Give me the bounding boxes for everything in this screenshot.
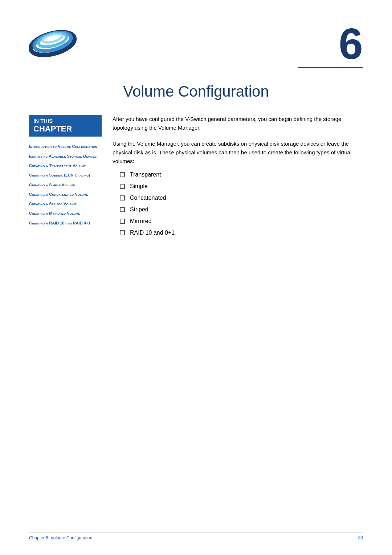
bullet-item-text: Mirrored (130, 218, 152, 224)
list-item: Striped (120, 206, 363, 213)
sidebar-item-raid10[interactable]: Creating a RAID 10 and RAID 0+1 (29, 220, 102, 226)
bullet-list: Transparent Simple Concatenated Striped … (120, 171, 363, 236)
list-item: Mirrored (120, 218, 363, 224)
sidebar-item-raid10-text: Creating a RAID 10 and RAID 0+1 (29, 220, 102, 226)
intro-paragraph: After you have configured the V-Switch g… (113, 115, 363, 132)
chapter-label: CHAPTER (33, 124, 97, 134)
sidebar-item-transparent[interactable]: Creating a Transparent Volume (29, 163, 102, 168)
list-item: RAID 10 and 0+1 (120, 230, 363, 236)
main-content: IN THIS CHAPTER Introduction to Volume C… (29, 115, 363, 241)
bullet-checkbox-icon (120, 207, 125, 212)
footer-chapter-label: Chapter 6: Volume Configuration (29, 535, 92, 540)
body-paragraph: Using the Volume Manager, you can create… (113, 139, 363, 166)
sidebar-item-identifying[interactable]: Identifying Available Storage Devices (29, 154, 102, 159)
bullet-checkbox-icon (120, 195, 125, 200)
page-title-area: Volume Configuration (29, 83, 363, 100)
bullet-item-text: Simple (130, 183, 148, 190)
bullet-checkbox-icon (120, 172, 125, 177)
bullet-checkbox-icon (120, 184, 125, 189)
bullet-checkbox-icon (120, 219, 125, 224)
footer-page-number: 83 (358, 535, 363, 540)
chapter-number: 6 (298, 22, 363, 65)
sidebar-item-simple[interactable]: Creating a Simple Volume (29, 182, 102, 187)
page: 6 Volume Configuration IN THIS CHAPTER I… (0, 0, 392, 555)
sidebar-item-striped[interactable]: Creating a Striped Volume (29, 201, 102, 206)
footer: Chapter 6: Volume Configuration 83 (29, 532, 363, 540)
sidebar-item-intro[interactable]: Introduction to Volume Configuration (29, 144, 102, 149)
bullet-item-text: Transparent (130, 171, 161, 178)
logo-area (29, 22, 87, 65)
sidebar-item-mirrored[interactable]: Creating a Mirrored Volume (29, 211, 102, 216)
company-logo (29, 22, 83, 62)
sidebar: IN THIS CHAPTER Introduction to Volume C… (29, 115, 102, 241)
list-item: Concatenated (120, 195, 363, 201)
bullet-checkbox-icon (120, 230, 125, 235)
page-title: Volume Configuration (29, 83, 363, 100)
sidebar-navigation: Introduction to Volume Configuration Ide… (29, 144, 102, 226)
bullet-item-text: Concatenated (130, 195, 166, 201)
content-area: After you have configured the V-Switch g… (113, 115, 363, 241)
sidebar-item-concatenated[interactable]: Creating a Concatenated Volume (29, 192, 102, 197)
list-item: Transparent (120, 171, 363, 178)
header: 6 (29, 22, 363, 68)
list-item: Simple (120, 183, 363, 190)
bullet-item-text: RAID 10 and 0+1 (130, 230, 175, 236)
sidebar-item-subdisk[interactable]: Creating a Subdisk (LUN Carving) (29, 173, 102, 178)
in-this-label: IN THIS (33, 118, 97, 124)
in-this-chapter-box: IN THIS CHAPTER (29, 115, 102, 137)
chapter-number-area: 6 (298, 22, 363, 68)
bullet-item-text: Striped (130, 206, 148, 213)
